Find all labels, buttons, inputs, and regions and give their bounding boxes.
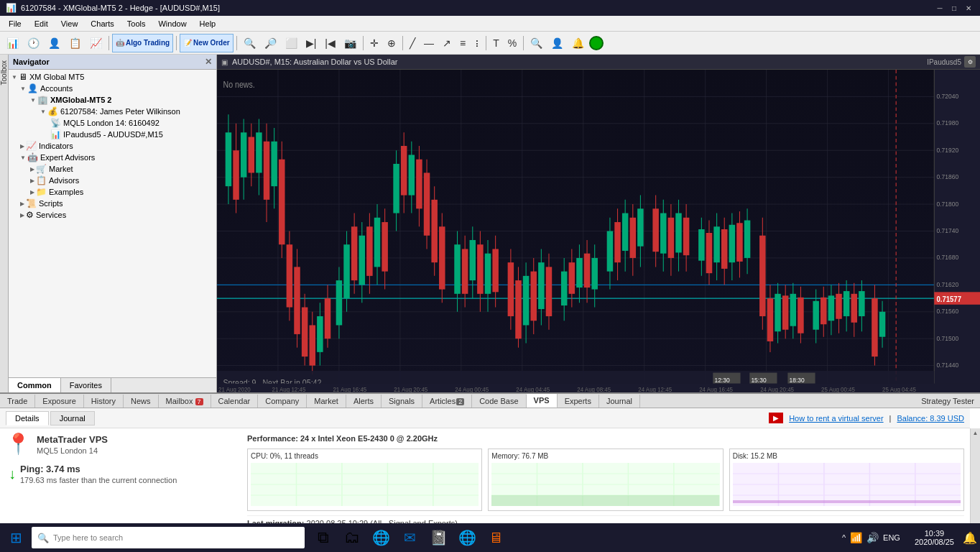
- chart-settings-btn[interactable]: ⚙: [964, 56, 976, 68]
- nav-accounts[interactable]: ▼ 👤 Accounts: [10, 83, 215, 94]
- show-hidden-icons-btn[interactable]: ^: [842, 533, 846, 542]
- nav-xmglobal-mt5-2[interactable]: ▼ 🏢 XMGlobal-MT5 2: [10, 94, 215, 106]
- maximize-button[interactable]: □: [948, 2, 960, 14]
- menu-charts[interactable]: Charts: [85, 18, 119, 29]
- vps-tab-journal[interactable]: Journal: [50, 411, 95, 426]
- tab-news[interactable]: News: [124, 395, 159, 408]
- crosshair2-btn[interactable]: ⊕: [384, 34, 399, 52]
- nav-mql5-london[interactable]: 📡 MQL5 London 14: 6160492: [10, 117, 215, 129]
- zoom-out-btn[interactable]: 🔎: [261, 34, 280, 52]
- menu-tools[interactable]: Tools: [121, 18, 152, 29]
- balance-link[interactable]: Balance: 8.39 USD: [897, 414, 964, 423]
- language-indicator[interactable]: ENG: [883, 533, 900, 542]
- tab-articles[interactable]: Articles2: [422, 395, 472, 408]
- svg-rect-94: [508, 262, 514, 316]
- tab-trade[interactable]: Trade: [0, 395, 35, 408]
- toolbox-label[interactable]: Toolbox: [0, 58, 8, 88]
- menu-file[interactable]: File: [3, 18, 27, 29]
- nav-tab-common[interactable]: Common: [9, 378, 61, 392]
- auto-scroll-btn[interactable]: ⬜: [282, 34, 301, 52]
- nav-xm-global[interactable]: ▼ 🖥 XM Global MT5: [10, 71, 215, 83]
- algo-trading-btn[interactable]: 🤖Algo Trading: [112, 34, 173, 52]
- rent-server-link[interactable]: How to rent a virtual server: [789, 414, 883, 423]
- svg-rect-96: [515, 280, 521, 339]
- zoom-in-btn[interactable]: 🔍: [240, 34, 259, 52]
- tab-calendar[interactable]: Calendar: [211, 395, 259, 408]
- new-chart-btn[interactable]: 📊: [3, 34, 22, 52]
- tab-vps[interactable]: VPS: [527, 394, 558, 408]
- templates-btn[interactable]: 📋: [65, 34, 85, 52]
- taskbar-edge2[interactable]: 🌐: [454, 525, 480, 551]
- tab-company[interactable]: Company: [258, 395, 307, 408]
- taskbar-onenote[interactable]: 📓: [425, 525, 451, 551]
- new-order-btn[interactable]: 📝New Order: [180, 34, 234, 52]
- tab-alerts[interactable]: Alerts: [346, 395, 382, 408]
- tab-experts[interactable]: Experts: [558, 395, 599, 408]
- text-btn[interactable]: T: [489, 34, 503, 52]
- profile-btn[interactable]: 👤: [45, 34, 64, 52]
- windows-start-button[interactable]: ⊞: [3, 525, 29, 551]
- vps-tab-details[interactable]: Details: [6, 411, 49, 426]
- bottom-section: Trade Exposure History News Mailbox 7 Ca…: [0, 392, 980, 536]
- tab-code-base[interactable]: Code Base: [472, 395, 526, 408]
- percent-btn[interactable]: %: [504, 34, 520, 52]
- taskbar-search-box[interactable]: 🔍 Type here to search: [32, 527, 305, 548]
- hline-btn[interactable]: —: [420, 34, 438, 52]
- nav-expert-advisors[interactable]: ▼ 🤖 Expert Advisors: [10, 152, 215, 163]
- indicators-btn[interactable]: 📈: [86, 34, 106, 52]
- svg-rect-122: [630, 218, 636, 258]
- vps-scrollbar[interactable]: ▲ ▼: [970, 428, 980, 536]
- menu-view[interactable]: View: [55, 18, 84, 29]
- nav-mql5-icon: 📡: [50, 118, 61, 128]
- tab-mailbox[interactable]: Mailbox 7: [159, 395, 211, 408]
- notification-icon[interactable]: 🔔: [963, 531, 977, 545]
- nav-tab-favorites[interactable]: Favorites: [61, 378, 111, 392]
- taskbar-outlook[interactable]: ✉: [397, 525, 422, 551]
- svg-text:0.71577: 0.71577: [936, 295, 961, 303]
- sep6: [486, 36, 486, 50]
- crosshair-btn[interactable]: ✛: [366, 34, 382, 52]
- volume-icon[interactable]: 🔊: [866, 532, 879, 543]
- notifications-btn[interactable]: 🔔: [568, 34, 588, 52]
- tab-exposure[interactable]: Exposure: [35, 395, 83, 408]
- chart-svg[interactable]: 0.72040 0.71980 0.71920 0.71860 0.71800 …: [217, 70, 980, 392]
- taskbar-mt5[interactable]: 🖥: [483, 525, 509, 551]
- taskbar-edge[interactable]: 🌐: [368, 525, 394, 551]
- scroll-left-btn[interactable]: |◀: [321, 34, 339, 52]
- menu-edit[interactable]: Edit: [29, 18, 54, 29]
- nav-advisors[interactable]: ▶ 📋 Advisors: [10, 175, 215, 186]
- nav-ipaudusd5[interactable]: 📊 IPaudusd5 - AUDUSD#,M15: [10, 129, 215, 140]
- line-btn[interactable]: ╱: [406, 34, 419, 52]
- close-button[interactable]: ✕: [963, 2, 974, 14]
- menu-window[interactable]: Window: [152, 18, 192, 29]
- nav-scripts[interactable]: ▶ 📜 Scripts: [10, 198, 215, 209]
- youtube-button[interactable]: ▶: [769, 413, 783, 423]
- navigator-close-btn[interactable]: ✕: [205, 57, 212, 67]
- fib-btn[interactable]: ⫶: [471, 34, 483, 52]
- minimize-button[interactable]: ─: [934, 2, 946, 14]
- taskbar-file-explorer[interactable]: 🗂: [339, 525, 365, 551]
- taskbar-clock[interactable]: 10:39 2020/08/25: [909, 529, 960, 546]
- network-icon[interactable]: 📶: [850, 532, 862, 543]
- timeframe-btn[interactable]: 🕐: [24, 34, 43, 52]
- nav-services[interactable]: ▶ ⚙ Services: [10, 209, 215, 221]
- taskbar-task-view[interactable]: ⧉: [310, 525, 336, 551]
- tab-market[interactable]: Market: [307, 395, 346, 408]
- search-toolbar-btn[interactable]: 🔍: [527, 34, 546, 52]
- channel-btn[interactable]: ≡: [456, 34, 469, 52]
- taskbar-time: 10:39: [915, 529, 954, 538]
- chart-screenshot-btn[interactable]: 📷: [341, 34, 360, 52]
- account-btn[interactable]: 👤: [547, 34, 567, 52]
- tab-history[interactable]: History: [84, 395, 124, 408]
- trendline-btn[interactable]: ↗: [439, 34, 455, 52]
- nav-examples[interactable]: ▶ 📁 Examples: [10, 186, 215, 198]
- strategy-tester-btn[interactable]: Strategy Tester: [915, 395, 980, 408]
- menu-help[interactable]: Help: [194, 18, 222, 29]
- scroll-right-btn[interactable]: ▶|: [302, 34, 320, 52]
- nav-account-61207584[interactable]: ▼ 💰 61207584: James Peter Wilkinson: [10, 106, 215, 117]
- tab-signals[interactable]: Signals: [382, 395, 422, 408]
- nav-indicators[interactable]: ▶ 📈 Indicators: [10, 140, 215, 152]
- nav-market[interactable]: ▶ 🛒 Market: [10, 163, 215, 175]
- tab-journal[interactable]: Journal: [599, 395, 640, 408]
- scroll-up-arrow[interactable]: ▲: [973, 430, 979, 436]
